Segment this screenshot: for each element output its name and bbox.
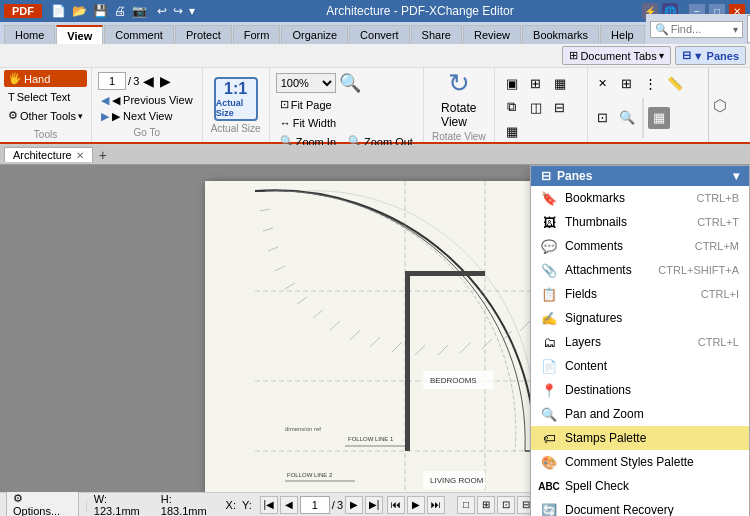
bookmarks-icon: 🔖	[541, 190, 557, 206]
tab-view[interactable]: View	[56, 25, 103, 44]
tab-organize[interactable]: Organize	[281, 25, 348, 44]
split-btn[interactable]: ⊟	[549, 96, 571, 118]
cont-facing-btn[interactable]: ◫	[525, 96, 547, 118]
select-text-button[interactable]: T Select Text	[4, 89, 87, 105]
page-layout-2[interactable]: ⊞	[477, 496, 495, 514]
cols-tool[interactable]: ⋮	[640, 73, 662, 95]
page-display-group: ▣ ⊞ ▦ ⧉ ◫ ⊟ ▦ Page Display	[495, 68, 588, 142]
qa-redo[interactable]: ↪	[170, 4, 186, 18]
fit-page-label: Fit Page	[291, 99, 332, 111]
menu-item-comment-styles[interactable]: 🎨 Comment Styles Palette	[531, 450, 749, 474]
menu-item-pan-zoom[interactable]: 🔍 Pan and Zoom	[531, 402, 749, 426]
qa-new[interactable]: 📄	[48, 4, 69, 18]
find-input[interactable]	[671, 23, 731, 35]
page-number-input[interactable]	[98, 72, 126, 90]
fields-shortcut: CTRL+I	[701, 288, 739, 300]
find-dropdown-icon[interactable]: ▾	[733, 24, 738, 35]
destinations-label: Destinations	[565, 383, 731, 397]
svg-text:dimension ref: dimension ref	[285, 426, 321, 432]
tab-convert[interactable]: Convert	[349, 25, 410, 44]
app-wrapper: PDF 📄 📂 💾 🖨 📷 ↩ ↪ ▾ Architecture - PDF-X…	[0, 0, 750, 516]
last-page-btn[interactable]: ▶|	[365, 496, 383, 514]
menu-item-thumbnails[interactable]: 🖼 Thumbnails CTRL+T	[531, 210, 749, 234]
tab-form[interactable]: Form	[233, 25, 281, 44]
two-page-btn[interactable]: ⊞	[525, 72, 547, 94]
qa-print[interactable]: 🖨	[111, 4, 129, 18]
menu-item-stamps[interactable]: 🏷 Stamps Palette	[531, 426, 749, 450]
marquee-tool[interactable]: ⊡	[592, 107, 614, 129]
menu-item-comments[interactable]: 💬 Comments CTRL+M	[531, 234, 749, 258]
forward-btn[interactable]: ⏭	[427, 496, 445, 514]
qa-scan[interactable]: 📷	[129, 4, 150, 18]
continuous-btn[interactable]: ⧉	[501, 96, 523, 118]
new-tab-button[interactable]: +	[93, 146, 113, 164]
panes-menu-icon: ⊟	[541, 169, 551, 183]
qa-more[interactable]: ▾	[186, 4, 198, 18]
cursor-tool[interactable]: ✕	[592, 73, 614, 95]
hand-tool-button[interactable]: 🖐 Hand	[4, 70, 87, 87]
page-nav-left[interactable]: ◀	[141, 73, 156, 89]
tab-share[interactable]: Share	[411, 25, 462, 44]
prev-page-btn[interactable]: ◀	[280, 496, 298, 514]
tab-protect[interactable]: Protect	[175, 25, 232, 44]
tab-review[interactable]: Review	[463, 25, 521, 44]
menu-item-spell[interactable]: ABC Spell Check	[531, 474, 749, 492]
spread-btn[interactable]: ▦	[501, 120, 523, 142]
menu-item-destinations[interactable]: 📍 Destinations	[531, 378, 749, 402]
page-nav-right[interactable]: ▶	[158, 73, 173, 89]
grid-tool[interactable]: ⊞	[616, 73, 638, 95]
loupe-tool[interactable]: 🔍	[616, 107, 638, 129]
menu-item-layers[interactable]: 🗂 Layers CTRL+L	[531, 330, 749, 354]
single-page-btn[interactable]: ▣	[501, 72, 523, 94]
actual-size-button[interactable]: 1:1 Actual Size	[214, 77, 258, 121]
panes-menu-arrow: ▾	[733, 169, 739, 183]
tab-help[interactable]: Help	[600, 25, 645, 44]
tab-bookmarks[interactable]: Bookmarks	[522, 25, 599, 44]
menu-item-attachments[interactable]: 📎 Attachments CTRL+SHIFT+A	[531, 258, 749, 282]
other-tools-button[interactable]: ⚙ Other Tools ▾	[4, 107, 87, 124]
expand-pane-icon[interactable]: ⬡	[713, 96, 727, 115]
menu-item-bookmarks[interactable]: 🔖 Bookmarks CTRL+B	[531, 186, 749, 210]
doc-tabs-arrow: ▾	[659, 50, 664, 61]
goto-group: / 3 ◀ ▶ ◀ ◀ Previous View ▶ ▶ Next View …	[92, 68, 203, 142]
menu-item-signatures[interactable]: ✍ Signatures	[531, 306, 749, 330]
page-of: /	[332, 499, 335, 511]
zoom-select[interactable]: 100% 50% 75% 125% 150% 200%	[276, 73, 336, 93]
options-button[interactable]: ⚙ Options...	[6, 490, 79, 516]
panes-button[interactable]: ⊟ ▼ Panes	[675, 46, 746, 65]
menu-item-content[interactable]: 📄 Content	[531, 354, 749, 378]
doc-tabs-icon: ⊞	[569, 49, 578, 62]
document-tabs-button[interactable]: ⊞ Document Tabs ▾	[562, 46, 670, 65]
fit-page-button[interactable]: ⊡ Fit Page	[276, 96, 417, 113]
first-page-btn[interactable]: |◀	[260, 496, 278, 514]
next-page-btn[interactable]: ▶	[345, 496, 363, 514]
page-input-status[interactable]	[300, 496, 330, 514]
fit-width-button[interactable]: ↔ Fit Width	[276, 115, 417, 131]
zoom-magnifier-icon[interactable]: 🔍	[339, 72, 361, 94]
page-layout-3[interactable]: ⊡	[497, 496, 515, 514]
menu-item-fields[interactable]: 📋 Fields CTRL+I	[531, 282, 749, 306]
fit-page-icon: ⊡	[280, 98, 289, 111]
facing-btn[interactable]: ▦	[549, 72, 571, 94]
status-left: ⚙ Options... | W: 123.1mm H: 183.1mm X: …	[6, 490, 252, 516]
rotate-button[interactable]: ↻	[448, 68, 470, 99]
rotate-group: ↻ RotateView Rotate View	[424, 68, 495, 142]
tab-comment[interactable]: Comment	[104, 25, 174, 44]
page-layout-1[interactable]: □	[457, 496, 475, 514]
tab-home[interactable]: Home	[4, 25, 55, 44]
doc-tab-close[interactable]: ✕	[76, 150, 84, 161]
bookmarks-shortcut: CTRL+B	[697, 192, 740, 204]
find-icon: 🔍	[655, 23, 669, 36]
previous-view-button[interactable]: ◀ ◀ Previous View	[98, 93, 196, 108]
qa-undo[interactable]: ↩	[154, 4, 170, 18]
play-btn[interactable]: ▶	[407, 496, 425, 514]
qa-save[interactable]: 💾	[90, 4, 111, 18]
rewind-btn[interactable]: ⏮	[387, 496, 405, 514]
doc-tab-architecture[interactable]: Architecture ✕	[4, 147, 93, 162]
qa-open[interactable]: 📂	[69, 4, 90, 18]
checker-tool[interactable]: ▦	[648, 107, 670, 129]
find-bar[interactable]: 🔍 ▾	[650, 21, 743, 38]
rotate-view-button[interactable]: RotateView	[441, 101, 476, 129]
next-view-button[interactable]: ▶ ▶ Next View	[98, 109, 196, 124]
ruler-tool[interactable]: 📏	[664, 73, 686, 95]
